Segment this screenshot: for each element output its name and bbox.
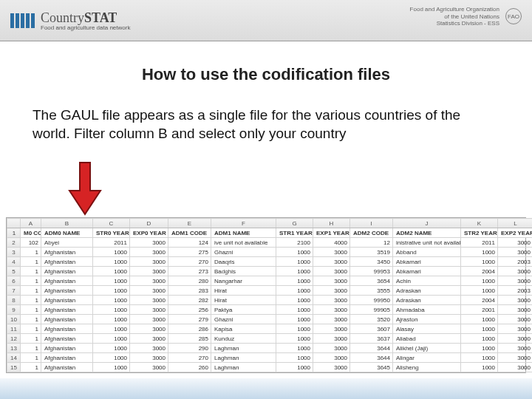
cell: 273: [168, 267, 211, 276]
cell: Paktya: [211, 305, 276, 315]
col-letter: G: [276, 219, 313, 228]
cell: Daaqris: [211, 257, 276, 267]
cell: 1: [21, 257, 41, 267]
cell: 1000: [276, 344, 313, 353]
cell: Alingar: [393, 353, 461, 363]
cell: 99950: [350, 296, 393, 305]
cell: 3000: [498, 267, 533, 276]
col-letter: J: [393, 219, 461, 228]
row-number: 9: [7, 305, 21, 315]
cell: 3000: [130, 363, 168, 372]
cell: 3000: [313, 267, 350, 276]
cell: Abkamari: [393, 267, 461, 276]
col-letter: F: [211, 219, 276, 228]
cell: 3000: [498, 276, 533, 286]
cell: 3000: [130, 276, 168, 286]
cell: 3000: [498, 344, 533, 353]
fao-line1: Food and Agriculture Organization: [410, 6, 499, 13]
cell: 99953: [350, 267, 393, 276]
cell: 3000: [313, 257, 350, 267]
table-row: 31Afghanistan10003000275Ghazni1000300035…: [7, 248, 533, 257]
field-header: STR1 YEAR: [276, 228, 313, 238]
row-number: 14: [7, 353, 21, 363]
brand-text: CountrySTAT Food and agriculture data ne…: [41, 10, 130, 31]
cell: 1000: [276, 248, 313, 257]
cell: 3000: [130, 353, 168, 363]
cell: 1000: [276, 296, 313, 305]
cell: 1000: [276, 315, 313, 324]
col-letter: H: [313, 219, 350, 228]
cell: 1000: [93, 267, 130, 276]
cell: 1: [21, 344, 41, 353]
cell: 1000: [93, 324, 130, 334]
field-header: ADM2 CODE: [350, 228, 393, 238]
cell: 3000: [313, 276, 350, 286]
cell: Afghanistan: [41, 248, 93, 257]
cell: 3000: [313, 353, 350, 363]
cell: 124: [168, 238, 211, 248]
cell: 1: [21, 353, 41, 363]
cell: 275: [168, 248, 211, 257]
cell: 1: [21, 305, 41, 315]
cell: 256: [168, 305, 211, 315]
cell: 270: [168, 257, 211, 267]
row-number: 7: [7, 286, 21, 296]
cell: 1000: [461, 315, 498, 324]
cell: 270: [168, 353, 211, 363]
cell: 1000: [93, 248, 130, 257]
cell: 1: [21, 315, 41, 324]
cell: Afghanistan: [41, 315, 93, 324]
cell: 1000: [93, 276, 130, 286]
spreadsheet: ABCDEFGHIJKL 1M0 CODEADM0 NAMESTR0 YEARE…: [6, 217, 526, 373]
footer-bar: [0, 378, 532, 399]
table-row: 2102Abyei20113000124ive unit not availab…: [7, 238, 533, 248]
col-letter: K: [461, 219, 498, 228]
cell: 3000: [130, 296, 168, 305]
row-number: 5: [7, 267, 21, 276]
field-header: 1: [7, 228, 21, 238]
row-number: 3: [7, 248, 21, 257]
cell: Kunduz: [211, 334, 276, 344]
table-row: 131Afghanistan10003000290Laghman10003000…: [7, 344, 533, 353]
cell: 1000: [276, 363, 313, 372]
cell: 3644: [350, 353, 393, 363]
table-row: 151Afghanistan10003000260Laghman10003000…: [7, 363, 533, 372]
cell: 1000: [276, 334, 313, 344]
cell: Abyei: [41, 238, 93, 248]
cell: 3000: [498, 296, 533, 305]
cell: 1000: [93, 315, 130, 324]
field-header: EXP1 YEAR: [313, 228, 350, 238]
cell: Afghanistan: [41, 344, 93, 353]
cell: Afghanistan: [41, 286, 93, 296]
cell: Afghanistan: [41, 257, 93, 267]
logo-bars-icon: [10, 13, 35, 28]
table-row: 81Afghanistan10003000282Hirat10003000999…: [7, 296, 533, 305]
cell: 1000: [276, 267, 313, 276]
cell: 3520: [350, 315, 393, 324]
cell: 3644: [350, 344, 393, 353]
table-row: 141Afghanistan10003000270Laghman10003000…: [7, 353, 533, 363]
cell: 3000: [498, 315, 533, 324]
cell: 3637: [350, 334, 393, 344]
cell: 1000: [93, 363, 130, 372]
col-letter: E: [168, 219, 211, 228]
body-text: The GAUL file appears as a single file f…: [33, 106, 499, 143]
cell: 3000: [130, 257, 168, 267]
cell: 3000: [130, 238, 168, 248]
cell: 3000: [313, 315, 350, 324]
cell: 3000: [313, 305, 350, 315]
cell: Kapisa: [211, 324, 276, 334]
cell: 3000: [498, 305, 533, 315]
cell: 1000: [461, 248, 498, 257]
cell: 1000: [461, 276, 498, 286]
cell: Laghman: [211, 363, 276, 372]
cell: Ahmadaba: [393, 305, 461, 315]
cell: 3654: [350, 276, 393, 286]
cell: 3000: [498, 238, 533, 248]
cell: 1000: [461, 334, 498, 344]
cell: Laghman: [211, 344, 276, 353]
cell: 2001: [461, 305, 498, 315]
row-number: 2: [7, 238, 21, 248]
cell: 3000: [130, 305, 168, 315]
brand-logo: CountrySTAT Food and agriculture data ne…: [10, 10, 130, 31]
